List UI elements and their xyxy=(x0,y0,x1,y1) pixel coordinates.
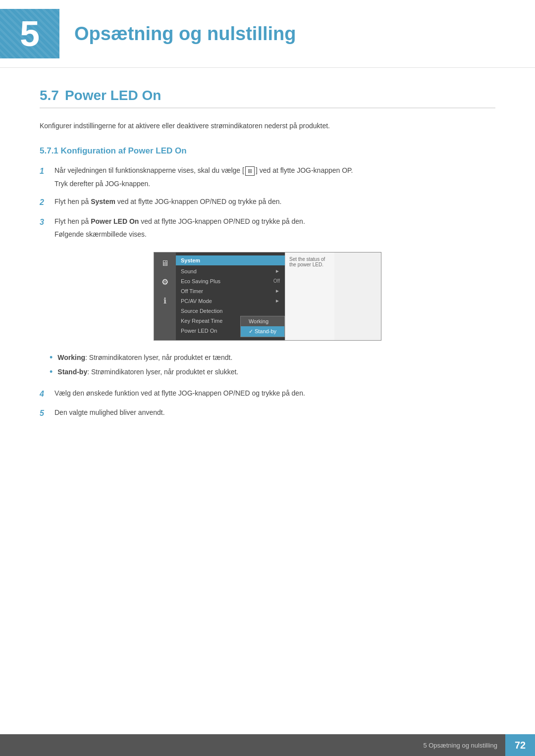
footer: 5 Opsætning og nulstilling 72 xyxy=(0,734,535,756)
sidebar-icons: 🖥 ⚙ ℹ xyxy=(154,252,176,340)
menu-item-sound: Sound► xyxy=(176,266,285,276)
menu-item-pcav: PC/AV Mode► xyxy=(176,296,285,306)
chapter-header: 5 Opsætning og nulstilling xyxy=(0,0,535,68)
submenu: Working Stand-by xyxy=(240,316,285,337)
menu-item-keyrepeat: Key Repeat Time xyxy=(176,316,240,326)
footer-page-number: 72 xyxy=(505,734,535,756)
jog-icon: ⊞ xyxy=(245,166,255,176)
chapter-number: 5 xyxy=(0,9,59,58)
menu-panel: System Sound► Eco Saving PlusOff Off Tim… xyxy=(176,252,285,340)
menu-item-source: Source Detection xyxy=(176,306,285,316)
menu-item-offtimer: Off Timer► xyxy=(176,286,285,296)
screenshot: 🖥 ⚙ ℹ System Sound► Eco Saving PlusOff O… xyxy=(40,252,495,341)
step-5: 5 Den valgte mulighed bliver anvendt. xyxy=(40,407,495,420)
chapter-title: Opsætning og nulstilling xyxy=(59,23,296,45)
menu-item-eco: Eco Saving PlusOff xyxy=(176,276,285,286)
bullet-working: • Working: Strømindikatoren lyser, når p… xyxy=(50,353,495,363)
step-3: 3 Flyt hen på Power LED On ved at flytte… xyxy=(40,216,495,240)
step-1: 1 Når vejledningen til funktionsknappern… xyxy=(40,165,495,189)
screenshot-box: 🖥 ⚙ ℹ System Sound► Eco Saving PlusOff O… xyxy=(154,252,381,341)
steps-continued: 4 Vælg den ønskede funktion ved at flytt… xyxy=(40,388,495,420)
intro-paragraph: Konfigurer indstillingerne for at aktive… xyxy=(40,120,495,131)
step-2: 2 Flyt hen på System ved at flytte JOG-k… xyxy=(40,196,495,209)
bullet-list: • Working: Strømindikatoren lyser, når p… xyxy=(50,353,495,378)
monitor-icon: 🖥 xyxy=(158,256,172,270)
settings-icon: ⚙ xyxy=(158,275,172,289)
menu-item-keyrepeat-group: Key Repeat Time Power LED On Working Sta… xyxy=(176,316,285,337)
main-content: 5.7Power LED On Konfigurer indstillinger… xyxy=(0,68,535,471)
menu-header: System xyxy=(176,255,285,265)
bullet-standby: • Stand-by: Strømindikatoren lyser, når … xyxy=(50,367,495,378)
submenu-working: Working xyxy=(241,316,284,326)
menu-item-powerled: Power LED On xyxy=(176,326,240,336)
footer-text: 5 Opsætning og nulstilling xyxy=(423,742,505,749)
side-help: Set the status of the power LED. xyxy=(285,252,334,340)
subsection-heading: 5.7.1 Konfiguration af Power LED On xyxy=(40,146,495,156)
step-4: 4 Vælg den ønskede funktion ved at flytt… xyxy=(40,388,495,401)
section-heading: 5.7Power LED On xyxy=(40,88,495,108)
submenu-standby: Stand-by xyxy=(241,326,284,337)
steps-list: 1 Når vejledningen til funktionsknappern… xyxy=(40,165,495,240)
info-icon: ℹ xyxy=(158,294,172,308)
